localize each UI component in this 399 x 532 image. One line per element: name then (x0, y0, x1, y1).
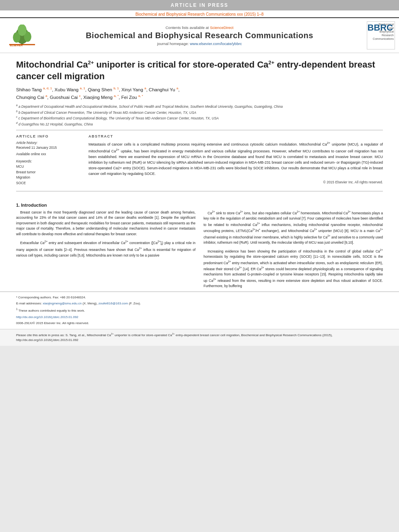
contents-line: Contents lists available at ScienceDirec… (44, 25, 355, 30)
fn-issn-text: 0006-291X/© 2015 Elsevier Inc. All right… (16, 321, 89, 325)
keyword-soce: SOCE (16, 181, 80, 186)
bbrc-logo: BiochemicalandBiophysicalResearchCommuni… (359, 21, 395, 49)
fn-email2-link[interactable]: zoufei616@163.com (99, 302, 128, 305)
svg-text:ELSEVIER: ELSEVIER (10, 44, 23, 47)
affiliation-d: d d Guangzhou No.12 Hospital, Guangzhou,… (16, 121, 383, 127)
journal-title: Biochemical and Biophysical Research Com… (44, 31, 355, 40)
fn-email1-link[interactable]: xiaojingmeng@smu.edu.cn (43, 302, 82, 305)
copyright-line: © 2015 Elsevier Inc. All rights reserved… (88, 180, 383, 184)
article-in-press-label: ARTICLE IN PRESS (171, 2, 228, 8)
article-info-col: ARTICLE INFO Article history: Received 1… (16, 134, 80, 186)
authors: Shihao Tang a, d, 1, Xubu Wang a, 1, Qia… (16, 86, 383, 101)
fn-email-label: E-mail addresses: (16, 302, 42, 305)
info-abstract-row: ARTICLE INFO Article history: Received 1… (16, 134, 383, 186)
intro-p3: Ca2+ sink to store Ca2+ ions, but also r… (204, 210, 383, 246)
fn-issn: 0006-291X/© 2015 Elsevier Inc. All right… (16, 321, 383, 326)
journal-header: ELSEVIER Contents lists available at Sci… (0, 17, 399, 53)
homepage-url[interactable]: www.elsevier.com/locate/ybbrc (190, 41, 242, 46)
bbrc-letters: BBRC (367, 23, 393, 32)
article-info-label: ARTICLE INFO (16, 134, 80, 138)
fn-doi-link[interactable]: http://dx.doi.org/10.1016/j.bbrc.2015.01… (16, 315, 78, 319)
affiliation-c: c c Department of Bioinformatics and Com… (16, 115, 383, 121)
fn-equal-contrib: 1 These authors contributed equally to t… (16, 307, 383, 313)
page: ARTICLE IN PRESS Biochemical and Biophys… (0, 0, 399, 346)
intro-p2: Extracellular Ca2+ entry and subsequent … (16, 240, 195, 259)
main-content: Mitochondrial Ca2+ uniporter is critical… (0, 53, 399, 199)
fn-email2-person: (F. Zou). (129, 302, 141, 305)
received-value: Received 11 January 2015 (16, 146, 80, 150)
elsevier-logo: ELSEVIER (4, 25, 40, 47)
intro-p1: Breast cancer is the most frequently dia… (16, 210, 195, 237)
article-in-press-bar: ARTICLE IN PRESS (0, 0, 399, 10)
introduction-heading: 1. Introduction (16, 203, 383, 207)
abstract-label: ABSTRACT (88, 134, 383, 138)
affiliations: a a Department of Occupational Health an… (16, 103, 383, 127)
keywords-label: Keywords: (16, 159, 80, 163)
footnotes: * Corresponding authors. Fax: +86 20 616… (0, 292, 399, 329)
introduction-section: 1. Introduction Breast cancer is the mos… (0, 199, 399, 292)
svg-point-4 (18, 25, 27, 36)
intro-col-left: Breast cancer is the most frequently dia… (16, 210, 195, 292)
history-label: Article history: (16, 141, 80, 145)
journal-citation-text: Biochemical and Biophysical Research Com… (136, 12, 264, 16)
available-value: Available online xxx (16, 152, 80, 156)
abstract-col: ABSTRACT Metastasis of cancer cells is a… (88, 134, 383, 186)
affiliation-a: a a Department of Occupational Health an… (16, 103, 383, 109)
divider-2 (16, 191, 383, 191)
fn-corresponding: * Corresponding authors. Fax: +86 20 616… (16, 295, 383, 300)
fn-email1-person: (X. Meng), (82, 302, 97, 305)
keyword-migration: Migration (16, 175, 80, 181)
sciencedirect-link[interactable]: ScienceDirect (210, 25, 234, 30)
divider-1 (16, 130, 383, 130)
contents-text: Contents lists available at (166, 25, 209, 30)
affiliation-b: b b Department of Clinical Cancer Preven… (16, 109, 383, 115)
keyword-breast: Breast tumor (16, 170, 80, 175)
intro-col-right: Ca2+ sink to store Ca2+ ions, but also r… (204, 210, 383, 292)
introduction-two-col: Breast cancer is the most frequently dia… (16, 210, 383, 292)
homepage-label: journal homepage: (157, 41, 189, 46)
journal-citation-line: Biochemical and Biophysical Research Com… (0, 10, 399, 17)
fn-corresponding-text: * Corresponding authors. Fax: +86 20 616… (16, 296, 86, 299)
abstract-text: Metastasis of cancer cells is a complica… (88, 141, 383, 177)
keywords-section: Keywords: MCU Breast tumor Migration SOC… (16, 159, 80, 186)
fn-equal-text: These authors contributed equally to thi… (19, 308, 85, 312)
article-title: Mitochondrial Ca2+ uniporter is critical… (16, 59, 383, 82)
keyword-mcu: MCU (16, 164, 80, 170)
fn-doi: http://dx.doi.org/10.1016/j.bbrc.2015.01… (16, 315, 383, 320)
journal-center: Contents lists available at ScienceDirec… (44, 25, 355, 46)
elsevier-tree-icon: ELSEVIER (8, 25, 36, 47)
cite-text: Please cite this article in press as: S.… (16, 333, 333, 342)
intro-p4: Increasing evidence has been showing the… (204, 248, 383, 289)
journal-homepage: journal homepage: www.elsevier.com/locat… (44, 41, 355, 46)
fn-email: E-mail addresses: xiaojingmeng@smu.edu.c… (16, 301, 383, 306)
bbrc-box: BiochemicalandBiophysicalResearchCommuni… (367, 21, 395, 49)
cite-bar: Please cite this article in press as: S.… (0, 329, 399, 346)
